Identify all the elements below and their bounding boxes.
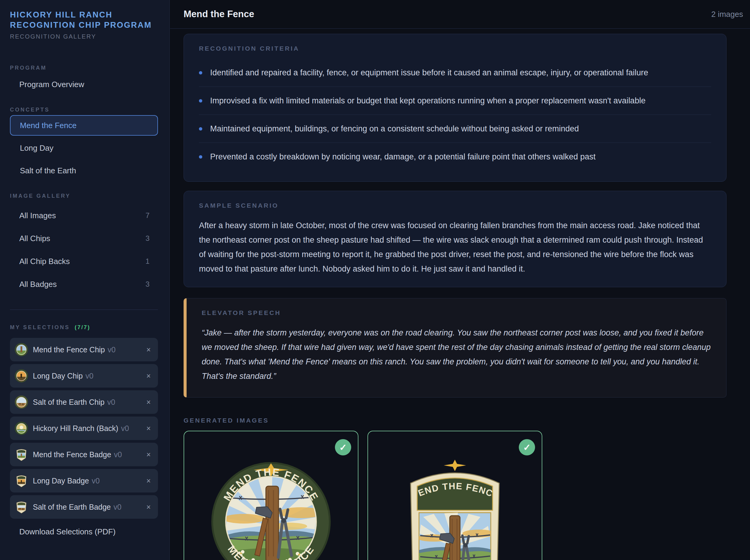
scenario-text: After a heavy storm in late October, mos… [199, 218, 711, 276]
sidebar-divider [10, 309, 158, 310]
badge-thumbnail-icon [15, 500, 28, 514]
sidebar-item-all-images[interactable]: All Images 7 [10, 206, 158, 224]
app-title: Hickory Hill Ranch Recognition Chip Prog… [10, 9, 158, 30]
criteria-text: Improvised a fix with limited materials … [210, 95, 645, 106]
generated-images-label: GENERATED IMAGES [183, 417, 727, 424]
download-selections-button[interactable]: Download Selections (PDF) [10, 523, 158, 540]
bullet-dot-icon [199, 71, 202, 75]
selection-item-salt-of-the-earth-chip[interactable]: Salt of the Earth Chipv0 × [10, 390, 158, 414]
badge-thumbnail-icon [15, 474, 28, 488]
nav-label: Salt of the Earth [20, 166, 76, 175]
nav-label: Long Day [20, 143, 53, 153]
mend-the-fence-badge-image: MEND THE FENCE MEND THE FENCE [405, 457, 505, 560]
criteria-item: Maintained equipment, buildings, or fenc… [199, 115, 711, 143]
item-count: 3 [145, 234, 150, 243]
criteria-text: Prevented a costly breakdown by noticing… [210, 151, 596, 162]
version-tag: v0 [114, 503, 121, 511]
criteria-item: Prevented a costly breakdown by noticing… [199, 143, 711, 171]
selections-count-badge: (7/7) [75, 324, 91, 331]
selected-check-icon[interactable]: ✓ [335, 439, 351, 455]
selection-item-hickory-hill-ranch-back[interactable]: Hickory Hill Ranch (Back)v0 × [10, 417, 158, 440]
nav-label: All Badges [19, 280, 57, 289]
selection-label: Salt of the Earth Chipv0 [33, 398, 140, 406]
selection-label: Mend the Fence Badgev0 [33, 450, 140, 459]
sidebar-item-all-badges[interactable]: All Badges 3 [10, 275, 158, 293]
remove-selection-icon[interactable]: × [145, 475, 152, 486]
section-label-my-selections: MY SELECTIONS [10, 324, 70, 331]
criteria-item: Improvised a fix with limited materials … [199, 86, 711, 115]
criteria-card-label: RECOGNITION CRITERIA [199, 45, 711, 52]
selection-item-long-day-chip[interactable]: Long Day Chipv0 × [10, 364, 158, 387]
chip-thumbnail-icon [15, 368, 28, 383]
section-label-image-gallery: IMAGE GALLERY [10, 193, 158, 199]
bullet-dot-icon [199, 99, 202, 102]
criteria-item: Identified and repaired a facility, fenc… [199, 59, 711, 86]
remove-selection-icon[interactable]: × [145, 423, 152, 434]
selection-label: Hickory Hill Ranch (Back)v0 [33, 424, 140, 433]
generated-images-row: ✓ [183, 431, 727, 560]
scenario-card-label: SAMPLE SCENARIO [199, 202, 711, 209]
selection-label: Salt of the Earth Badgev0 [33, 503, 140, 512]
nav-label: All Images [19, 211, 56, 220]
sidebar-item-all-chips[interactable]: All Chips 3 [10, 229, 158, 247]
version-tag: v0 [114, 450, 122, 459]
item-count: 1 [145, 257, 150, 265]
remove-selection-icon[interactable]: × [145, 502, 152, 513]
main-content: Mend the Fence 2 images RECOGNITION CRIT… [170, 0, 750, 560]
version-tag: v0 [85, 372, 93, 380]
chip-back-thumbnail-icon [15, 421, 28, 436]
generated-image-badge-card[interactable]: ✓ [368, 431, 542, 560]
badge-star-icon [444, 460, 466, 471]
selection-item-long-day-badge[interactable]: Long Day Badgev0 × [10, 469, 158, 493]
nav-label: All Chips [19, 234, 50, 243]
version-tag: v0 [107, 345, 116, 354]
item-count: 3 [145, 280, 150, 288]
app-subtitle: RECOGNITION GALLERY [10, 33, 158, 40]
selection-item-mend-the-fence-badge[interactable]: Mend the Fence Badgev0 × [10, 443, 158, 466]
page-header: Mend the Fence 2 images [170, 0, 750, 28]
item-count: 7 [145, 211, 150, 220]
section-label-program: PROGRAM [10, 65, 158, 71]
page-title: Mend the Fence [183, 9, 254, 20]
sidebar-item-long-day[interactable]: Long Day [10, 138, 158, 158]
nav-label: Mend the Fence [20, 121, 77, 130]
remove-selection-icon[interactable]: × [145, 371, 152, 382]
sidebar: Hickory Hill Ranch Recognition Chip Prog… [0, 0, 170, 560]
criteria-list: Identified and repaired a facility, fenc… [199, 59, 711, 171]
content-scroll-area[interactable]: RECOGNITION CRITERIA Identified and repa… [170, 28, 750, 560]
version-tag: v0 [107, 398, 115, 406]
selected-check-icon[interactable]: ✓ [519, 439, 535, 455]
version-tag: v0 [92, 477, 99, 485]
selection-item-mend-the-fence-chip[interactable]: Mend the Fence Chipv0 × [10, 338, 158, 361]
chip-thumbnail-icon [15, 342, 28, 357]
selection-label: Mend the Fence Chipv0 [33, 345, 140, 354]
recognition-criteria-card: RECOGNITION CRITERIA Identified and repa… [183, 34, 727, 182]
criteria-text: Identified and repaired a facility, fenc… [210, 67, 648, 78]
elevator-card-label: ELEVATOR SPEECH [202, 309, 711, 317]
version-tag: v0 [121, 424, 129, 433]
nav-label: All Chip Backs [19, 257, 70, 266]
chip-thumbnail-icon [15, 395, 28, 409]
sample-scenario-card: SAMPLE SCENARIO After a heavy storm in l… [183, 191, 727, 287]
sidebar-item-program-overview[interactable]: Program Overview [10, 76, 158, 93]
selection-label: Long Day Chipv0 [33, 372, 140, 380]
badge-thumbnail-icon [15, 447, 28, 462]
selection-label: Long Day Badgev0 [33, 477, 140, 485]
remove-selection-icon[interactable]: × [145, 344, 152, 355]
images-count: 2 images [711, 9, 743, 19]
section-label-concepts: CONCEPTS [10, 107, 158, 113]
sidebar-item-salt-of-the-earth[interactable]: Salt of the Earth [10, 160, 158, 181]
selections-list: Mend the Fence Chipv0 × Long Day Chipv0 … [10, 338, 158, 519]
remove-selection-icon[interactable]: × [145, 449, 152, 460]
selection-item-salt-of-the-earth-badge[interactable]: Salt of the Earth Badgev0 × [10, 495, 158, 519]
elevator-speech-text: “Jake — after the storm yesterday, every… [202, 325, 711, 383]
mend-the-fence-chip-image: MEND THE FENCE MEND THE FENCE [211, 461, 331, 560]
sidebar-item-all-chip-backs[interactable]: All Chip Backs 1 [10, 252, 158, 271]
nav-label: Program Overview [19, 80, 84, 89]
criteria-text: Maintained equipment, buildings, or fenc… [210, 123, 579, 135]
remove-selection-icon[interactable]: × [145, 397, 152, 408]
sidebar-item-mend-the-fence[interactable]: Mend the Fence [10, 115, 158, 136]
generated-image-chip-card[interactable]: ✓ [183, 431, 358, 560]
bullet-dot-icon [199, 155, 202, 159]
bullet-dot-icon [199, 127, 202, 131]
